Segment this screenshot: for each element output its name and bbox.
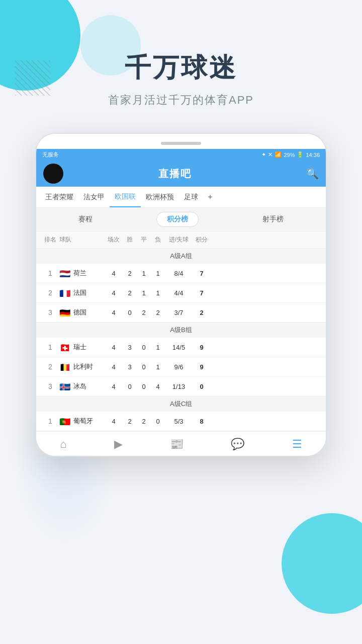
table-row[interactable]: 3 🇮🇸 冰岛 4 0 0 4 1/13 0 — [36, 377, 326, 396]
status-no-service: 无服务 — [42, 151, 59, 158]
table-row[interactable]: 2 🇧🇪 比利时 4 3 0 1 9/6 9 — [36, 357, 326, 377]
team-name: 荷兰 — [73, 269, 86, 278]
sub-tab-standings[interactable]: 积分榜 — [156, 212, 199, 227]
nav-tab-nations[interactable]: 欧国联 — [110, 187, 141, 207]
td-rank: 1 — [41, 417, 59, 425]
td-goals: 8/4 — [165, 270, 193, 277]
td-draw: 0 — [137, 344, 151, 351]
team-flag: 🇫🇷 — [59, 289, 70, 297]
hero-section: 千万球迷 首家月活过千万的体育APP — [0, 0, 362, 123]
td-loss: 1 — [151, 270, 165, 277]
team-name: 法国 — [73, 288, 86, 297]
nav-tab-ligue2[interactable]: 法女甲 — [78, 188, 110, 207]
team-flag: 🇮🇸 — [59, 383, 70, 390]
td-draw: 0 — [137, 383, 151, 390]
team-name: 葡萄牙 — [73, 417, 93, 426]
td-rank: 2 — [41, 363, 59, 371]
search-icon[interactable]: 🔍 — [306, 168, 319, 180]
bottom-nav-profile[interactable]: ☰ — [292, 438, 302, 451]
nav-tab-wangzhe[interactable]: 王者荣耀 — [40, 188, 78, 207]
bg-circle-bottom-right — [282, 513, 362, 614]
td-matches: 4 — [105, 418, 123, 425]
td-loss: 1 — [151, 289, 165, 297]
td-win: 2 — [123, 270, 137, 277]
nav-tabs: 王者荣耀 法女甲 欧国联 欧洲杯预 足球 ＋ — [36, 187, 326, 208]
status-battery-icon: 🔋 — [297, 151, 304, 158]
menu-icon: ☰ — [292, 438, 302, 451]
bottom-nav-news[interactable]: 📰 — [170, 438, 184, 451]
td-matches: 4 — [105, 383, 123, 390]
sub-tabs: 赛程 积分榜 射手榜 — [36, 208, 326, 231]
td-draw: 2 — [137, 418, 151, 425]
play-icon: ▶ — [114, 438, 123, 451]
td-points: 7 — [193, 270, 211, 277]
td-goals: 3/7 — [165, 309, 193, 316]
phone-wrapper: 无服务 ✦ ✕ 📶 29% 🔋 14:36 直播吧 🔍 王者荣耀 法女甲 欧国联… — [0, 133, 362, 457]
team-flag: 🇧🇪 — [59, 363, 70, 371]
table-row[interactable]: 3 🇩🇪 德国 4 0 2 2 3/7 2 — [36, 303, 326, 323]
td-team: 🇩🇪 德国 — [59, 308, 105, 317]
table-header: 排名 球队 场次 胜 平 负 进/失球 积分 — [36, 231, 326, 249]
status-signal-icon: 📶 — [275, 151, 282, 158]
td-team: 🇮🇸 冰岛 — [59, 382, 105, 391]
group-title: A级C组 — [36, 396, 326, 412]
td-rank: 1 — [41, 343, 59, 351]
td-matches: 4 — [105, 289, 123, 297]
table-row[interactable]: 1 🇳🇱 荷兰 4 2 1 1 8/4 7 — [36, 264, 326, 283]
sub-tab-schedule[interactable]: 赛程 — [68, 212, 103, 226]
th-win: 胜 — [123, 235, 137, 244]
td-win: 0 — [123, 309, 137, 316]
table-row[interactable]: 2 🇫🇷 法国 4 2 1 1 4/4 7 — [36, 283, 326, 303]
td-matches: 4 — [105, 344, 123, 351]
td-rank: 3 — [41, 308, 59, 316]
td-win: 3 — [123, 363, 137, 371]
table-row[interactable]: 1 🇨🇭 瑞士 4 3 0 1 14/5 9 — [36, 338, 326, 357]
td-team: 🇵🇹 葡萄牙 — [59, 417, 105, 426]
bottom-nav-live[interactable]: ▶ — [114, 438, 123, 451]
td-win: 3 — [123, 344, 137, 351]
td-points: 2 — [193, 309, 211, 316]
td-team: 🇨🇭 瑞士 — [59, 343, 105, 352]
td-draw: 0 — [137, 363, 151, 371]
td-win: 2 — [123, 418, 137, 425]
td-rank: 1 — [41, 269, 59, 277]
home-icon: ⌂ — [60, 438, 66, 451]
sub-tab-scorers[interactable]: 射手榜 — [252, 212, 294, 226]
team-name: 比利时 — [73, 362, 93, 371]
th-points: 积分 — [193, 235, 211, 244]
td-draw: 2 — [137, 309, 151, 316]
td-points: 9 — [193, 363, 211, 371]
status-bar: 无服务 ✦ ✕ 📶 29% 🔋 14:36 — [36, 149, 326, 160]
table-row[interactable]: 1 🇵🇹 葡萄牙 4 2 2 0 5/3 8 — [36, 412, 326, 431]
status-bluetooth-icon: ✦ — [261, 151, 266, 158]
td-matches: 4 — [105, 363, 123, 371]
td-matches: 4 — [105, 270, 123, 277]
td-loss: 2 — [151, 309, 165, 316]
td-goals: 5/3 — [165, 418, 193, 425]
td-loss: 0 — [151, 418, 165, 425]
td-points: 0 — [193, 383, 211, 390]
nav-tab-euroqual[interactable]: 欧洲杯预 — [141, 188, 179, 207]
bottom-nav-home[interactable]: ⌂ — [60, 438, 66, 451]
th-rank: 排名 — [41, 235, 59, 244]
td-goals: 4/4 — [165, 289, 193, 297]
td-goals: 1/13 — [165, 383, 193, 390]
nav-tab-football[interactable]: 足球 — [179, 188, 203, 207]
bottom-nav: ⌂ ▶ 📰 💬 ☰ — [36, 431, 326, 456]
group-title: A级B组 — [36, 323, 326, 338]
bottom-nav-community[interactable]: 💬 — [231, 438, 244, 451]
td-goals: 9/6 — [165, 363, 193, 371]
app-header: 直播吧 🔍 — [36, 160, 326, 187]
th-team: 球队 — [59, 235, 105, 244]
app-title: 直播吧 — [43, 167, 306, 181]
td-draw: 1 — [137, 270, 151, 277]
nav-tab-more-icon[interactable]: ＋ — [203, 187, 217, 207]
td-team: 🇧🇪 比利时 — [59, 362, 105, 371]
team-flag: 🇵🇹 — [59, 418, 70, 425]
td-points: 9 — [193, 344, 211, 351]
group-title: A级A组 — [36, 249, 326, 264]
chat-icon: 💬 — [231, 438, 244, 451]
td-draw: 1 — [137, 289, 151, 297]
td-matches: 4 — [105, 309, 123, 316]
phone-mockup: 无服务 ✦ ✕ 📶 29% 🔋 14:36 直播吧 🔍 王者荣耀 法女甲 欧国联… — [35, 133, 327, 457]
